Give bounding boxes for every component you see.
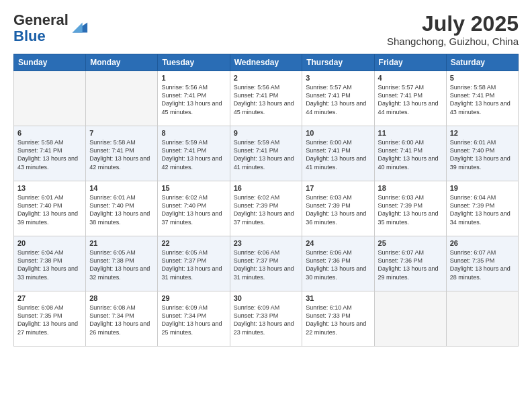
table-row: 21Sunrise: 6:05 AMSunset: 7:38 PMDayligh…: [86, 236, 158, 291]
calendar-week-row: 20Sunrise: 6:04 AMSunset: 7:38 PMDayligh…: [14, 236, 519, 291]
table-row: 23Sunrise: 6:06 AMSunset: 7:37 PMDayligh…: [230, 236, 302, 291]
col-monday: Monday: [86, 54, 158, 71]
day-info: Sunrise: 6:00 AMSunset: 7:41 PMDaylight:…: [378, 138, 443, 171]
day-info: Sunrise: 6:00 AMSunset: 7:41 PMDaylight:…: [306, 138, 370, 171]
header: General Blue July 2025 Shangchong, Guizh…: [13, 12, 519, 47]
day-info: Sunrise: 6:06 AMSunset: 7:37 PMDaylight:…: [234, 248, 299, 281]
day-number: 27: [17, 294, 82, 302]
table-row: 13Sunrise: 6:01 AMSunset: 7:40 PMDayligh…: [14, 181, 86, 236]
day-number: 28: [89, 294, 154, 302]
table-row: 28Sunrise: 6:08 AMSunset: 7:34 PMDayligh…: [86, 291, 158, 347]
calendar-header-row: Sunday Monday Tuesday Wednesday Thursday…: [14, 54, 519, 71]
title-block: July 2025 Shangchong, Guizhou, China: [387, 12, 519, 47]
day-info: Sunrise: 6:08 AMSunset: 7:34 PMDaylight:…: [89, 304, 154, 336]
table-row: 6Sunrise: 5:58 AMSunset: 7:41 PMDaylight…: [14, 126, 86, 181]
location: Shangchong, Guizhou, China: [387, 36, 519, 47]
logo-blue-text: Blue: [13, 28, 46, 44]
day-info: Sunrise: 6:02 AMSunset: 7:40 PMDaylight:…: [161, 193, 226, 226]
calendar-week-row: 13Sunrise: 6:01 AMSunset: 7:40 PMDayligh…: [14, 181, 519, 236]
day-info: Sunrise: 5:58 AMSunset: 7:41 PMDaylight:…: [17, 138, 82, 171]
day-number: 11: [378, 129, 443, 137]
col-wednesday: Wednesday: [230, 54, 302, 71]
day-number: 21: [89, 239, 154, 247]
table-row: 29Sunrise: 6:09 AMSunset: 7:34 PMDayligh…: [158, 291, 230, 347]
col-thursday: Thursday: [302, 54, 374, 71]
day-info: Sunrise: 5:57 AMSunset: 7:41 PMDaylight:…: [378, 83, 443, 116]
table-row: 2Sunrise: 5:56 AMSunset: 7:41 PMDaylight…: [230, 71, 302, 126]
table-row: 7Sunrise: 5:58 AMSunset: 7:41 PMDaylight…: [86, 126, 158, 181]
day-number: 20: [17, 239, 82, 247]
day-info: Sunrise: 6:04 AMSunset: 7:39 PMDaylight:…: [450, 193, 515, 226]
day-number: 23: [234, 239, 299, 247]
day-number: 6: [17, 129, 82, 137]
day-number: 31: [306, 294, 370, 302]
page: General Blue July 2025 Shangchong, Guizh…: [0, 0, 532, 411]
day-number: 7: [89, 129, 154, 137]
table-row: 22Sunrise: 6:05 AMSunset: 7:37 PMDayligh…: [158, 236, 230, 291]
day-info: Sunrise: 5:59 AMSunset: 7:41 PMDaylight:…: [234, 138, 299, 171]
day-info: Sunrise: 6:07 AMSunset: 7:36 PMDaylight:…: [378, 248, 443, 281]
day-info: Sunrise: 6:09 AMSunset: 7:34 PMDaylight:…: [161, 304, 226, 336]
day-number: 26: [450, 239, 515, 247]
day-number: 29: [161, 294, 226, 302]
day-number: 25: [378, 239, 443, 247]
table-row: 24Sunrise: 6:06 AMSunset: 7:36 PMDayligh…: [302, 236, 374, 291]
day-number: 8: [161, 129, 226, 137]
calendar-week-row: 6Sunrise: 5:58 AMSunset: 7:41 PMDaylight…: [14, 126, 519, 181]
day-info: Sunrise: 6:09 AMSunset: 7:33 PMDaylight:…: [234, 304, 299, 336]
table-row: 20Sunrise: 6:04 AMSunset: 7:38 PMDayligh…: [14, 236, 86, 291]
table-row: [446, 291, 518, 347]
day-info: Sunrise: 5:57 AMSunset: 7:41 PMDaylight:…: [306, 83, 370, 116]
table-row: 10Sunrise: 6:00 AMSunset: 7:41 PMDayligh…: [302, 126, 374, 181]
table-row: 15Sunrise: 6:02 AMSunset: 7:40 PMDayligh…: [158, 181, 230, 236]
table-row: 16Sunrise: 6:02 AMSunset: 7:39 PMDayligh…: [230, 181, 302, 236]
logo-general-text: General: [13, 11, 69, 28]
day-number: 12: [450, 129, 515, 137]
day-info: Sunrise: 5:58 AMSunset: 7:41 PMDaylight:…: [89, 138, 154, 171]
table-row: 5Sunrise: 5:58 AMSunset: 7:41 PMDaylight…: [446, 71, 518, 126]
day-number: 17: [306, 184, 370, 192]
day-info: Sunrise: 5:59 AMSunset: 7:41 PMDaylight:…: [161, 138, 226, 171]
logo: General Blue: [13, 12, 89, 44]
month-year: July 2025: [387, 12, 519, 36]
table-row: 27Sunrise: 6:08 AMSunset: 7:35 PMDayligh…: [14, 291, 86, 347]
day-number: 14: [89, 184, 154, 192]
day-number: 10: [306, 129, 370, 137]
day-info: Sunrise: 5:56 AMSunset: 7:41 PMDaylight:…: [161, 83, 226, 116]
svg-marker-1: [73, 23, 83, 33]
day-info: Sunrise: 6:02 AMSunset: 7:39 PMDaylight:…: [234, 193, 299, 226]
table-row: 1Sunrise: 5:56 AMSunset: 7:41 PMDaylight…: [158, 71, 230, 126]
table-row: 31Sunrise: 6:10 AMSunset: 7:33 PMDayligh…: [302, 291, 374, 347]
col-saturday: Saturday: [446, 54, 518, 71]
logo-icon: [70, 19, 89, 38]
day-info: Sunrise: 6:01 AMSunset: 7:40 PMDaylight:…: [450, 138, 515, 171]
day-number: 15: [161, 184, 226, 192]
calendar-table: Sunday Monday Tuesday Wednesday Thursday…: [13, 54, 519, 347]
day-number: 5: [450, 74, 515, 82]
day-number: 3: [306, 74, 370, 82]
table-row: 4Sunrise: 5:57 AMSunset: 7:41 PMDaylight…: [374, 71, 446, 126]
day-number: 22: [161, 239, 226, 247]
table-row: 9Sunrise: 5:59 AMSunset: 7:41 PMDaylight…: [230, 126, 302, 181]
day-info: Sunrise: 5:58 AMSunset: 7:41 PMDaylight:…: [450, 83, 515, 116]
table-row: 8Sunrise: 5:59 AMSunset: 7:41 PMDaylight…: [158, 126, 230, 181]
day-info: Sunrise: 6:04 AMSunset: 7:38 PMDaylight:…: [17, 248, 82, 281]
calendar-week-row: 27Sunrise: 6:08 AMSunset: 7:35 PMDayligh…: [14, 291, 519, 347]
day-number: 4: [378, 74, 443, 82]
day-number: 1: [161, 74, 226, 82]
table-row: 17Sunrise: 6:03 AMSunset: 7:39 PMDayligh…: [302, 181, 374, 236]
table-row: 3Sunrise: 5:57 AMSunset: 7:41 PMDaylight…: [302, 71, 374, 126]
col-sunday: Sunday: [14, 54, 86, 71]
day-number: 13: [17, 184, 82, 192]
day-info: Sunrise: 6:07 AMSunset: 7:35 PMDaylight:…: [450, 248, 515, 281]
day-number: 18: [378, 184, 443, 192]
calendar-week-row: 1Sunrise: 5:56 AMSunset: 7:41 PMDaylight…: [14, 71, 519, 126]
day-info: Sunrise: 6:01 AMSunset: 7:40 PMDaylight:…: [17, 193, 82, 226]
day-number: 9: [234, 129, 299, 137]
day-info: Sunrise: 6:08 AMSunset: 7:35 PMDaylight:…: [17, 304, 82, 336]
table-row: 14Sunrise: 6:01 AMSunset: 7:40 PMDayligh…: [86, 181, 158, 236]
table-row: 18Sunrise: 6:03 AMSunset: 7:39 PMDayligh…: [374, 181, 446, 236]
table-row: 19Sunrise: 6:04 AMSunset: 7:39 PMDayligh…: [446, 181, 518, 236]
day-number: 16: [234, 184, 299, 192]
day-info: Sunrise: 6:05 AMSunset: 7:37 PMDaylight:…: [161, 248, 226, 281]
